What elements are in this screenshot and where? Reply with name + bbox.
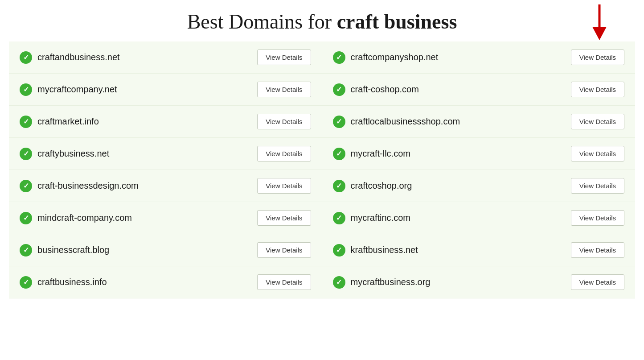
- view-details-button[interactable]: View Details: [571, 274, 624, 290]
- check-icon: [333, 83, 345, 96]
- domain-row: kraftbusiness.netView Details: [322, 234, 636, 266]
- domain-left: kraftbusiness.net: [333, 244, 418, 257]
- domain-left: craftmarket.info: [20, 116, 99, 128]
- domain-left: mycraftinc.com: [333, 212, 410, 224]
- domains-grid: craftandbusiness.netView Detailscraftcom…: [9, 41, 635, 298]
- view-details-button[interactable]: View Details: [257, 82, 311, 97]
- domain-left: craftbusiness.info: [20, 276, 107, 289]
- view-details-button[interactable]: View Details: [257, 242, 311, 258]
- domain-name: craftybusiness.net: [37, 149, 109, 159]
- domain-left: mycraftbusiness.org: [333, 276, 431, 289]
- domain-row: craftandbusiness.netView Details: [9, 41, 322, 74]
- domain-row: mycraftinc.comView Details: [322, 202, 636, 234]
- domain-row: craftmarket.infoView Details: [9, 106, 322, 138]
- view-details-button[interactable]: View Details: [571, 210, 624, 226]
- check-icon: [333, 244, 345, 257]
- check-icon: [333, 212, 345, 224]
- view-details-button[interactable]: View Details: [257, 146, 311, 161]
- domain-name: mycraft-llc.com: [351, 149, 410, 159]
- view-details-button[interactable]: View Details: [257, 50, 311, 65]
- check-icon: [333, 51, 345, 64]
- title-normal: Best Domains for: [187, 10, 337, 33]
- domain-name: craftbusiness.info: [37, 277, 107, 287]
- domain-left: craft-coshop.com: [333, 83, 419, 96]
- domain-row: craftcoshop.orgView Details: [322, 170, 636, 202]
- domain-left: businesscraft.blog: [20, 244, 109, 257]
- domain-name: craft-businessdesign.com: [37, 181, 139, 191]
- page-container: Best Domains for craft business craftand…: [0, 0, 644, 298]
- check-icon: [20, 244, 32, 257]
- domain-left: craftcoshop.org: [333, 180, 412, 192]
- domain-name: businesscraft.blog: [37, 245, 109, 255]
- domain-left: mycraftcompany.net: [20, 83, 117, 96]
- domain-name: craft-coshop.com: [351, 84, 419, 95]
- check-icon: [20, 180, 32, 192]
- check-icon: [333, 148, 345, 160]
- domain-left: craftybusiness.net: [20, 148, 109, 160]
- title-section: Best Domains for craft business: [9, 0, 635, 41]
- view-details-button[interactable]: View Details: [571, 50, 624, 65]
- domain-row: businesscraft.blogView Details: [9, 234, 322, 266]
- domain-row: craftlocalbusinessshop.comView Details: [322, 106, 636, 138]
- check-icon: [333, 180, 345, 192]
- check-icon: [333, 276, 345, 289]
- check-icon: [20, 116, 32, 128]
- title-bold: craft business: [337, 10, 457, 33]
- view-details-button[interactable]: View Details: [571, 82, 624, 97]
- domain-row: mycraftcompany.netView Details: [9, 74, 322, 106]
- check-icon: [333, 116, 345, 128]
- domain-row: craftybusiness.netView Details: [9, 138, 322, 170]
- view-details-button[interactable]: View Details: [257, 274, 311, 290]
- domain-name: craftlocalbusinessshop.com: [351, 116, 460, 127]
- check-icon: [20, 83, 32, 96]
- view-details-button[interactable]: View Details: [257, 178, 311, 194]
- domain-name: craftcompanyshop.net: [351, 52, 439, 62]
- svg-marker-1: [592, 27, 607, 40]
- view-details-button[interactable]: View Details: [257, 210, 311, 226]
- domain-row: craftbusiness.infoView Details: [9, 266, 322, 298]
- check-icon: [20, 276, 32, 289]
- domain-row: mindcraft-company.comView Details: [9, 202, 322, 234]
- domain-left: mindcraft-company.com: [20, 212, 132, 224]
- domain-name: mycraftcompany.net: [37, 84, 117, 95]
- domain-row: craft-coshop.comView Details: [322, 74, 636, 106]
- domain-name: mycraftbusiness.org: [351, 277, 431, 287]
- domain-row: craftcompanyshop.netView Details: [322, 41, 636, 74]
- check-icon: [20, 51, 32, 64]
- domain-row: mycraftbusiness.orgView Details: [322, 266, 636, 298]
- domain-row: mycraft-llc.comView Details: [322, 138, 636, 170]
- domain-name: mindcraft-company.com: [37, 213, 132, 223]
- domain-left: craftlocalbusinessshop.com: [333, 116, 460, 128]
- view-details-button[interactable]: View Details: [571, 178, 624, 194]
- arrow-indicator: [591, 4, 608, 45]
- check-icon: [20, 212, 32, 224]
- domain-left: craftandbusiness.net: [20, 51, 120, 64]
- domain-name: craftandbusiness.net: [37, 52, 120, 62]
- domain-left: craftcompanyshop.net: [333, 51, 439, 64]
- check-icon: [20, 148, 32, 160]
- domain-name: kraftbusiness.net: [351, 245, 418, 255]
- domain-name: craftmarket.info: [37, 116, 99, 127]
- domain-name: mycraftinc.com: [351, 213, 410, 223]
- view-details-button[interactable]: View Details: [571, 114, 624, 129]
- view-details-button[interactable]: View Details: [571, 242, 624, 258]
- domain-left: mycraft-llc.com: [333, 148, 410, 160]
- page-title: Best Domains for craft business: [9, 10, 635, 33]
- view-details-button[interactable]: View Details: [571, 146, 624, 161]
- view-details-button[interactable]: View Details: [257, 114, 311, 129]
- domain-name: craftcoshop.org: [351, 181, 412, 191]
- domain-left: craft-businessdesign.com: [20, 180, 139, 192]
- domain-row: craft-businessdesign.comView Details: [9, 170, 322, 202]
